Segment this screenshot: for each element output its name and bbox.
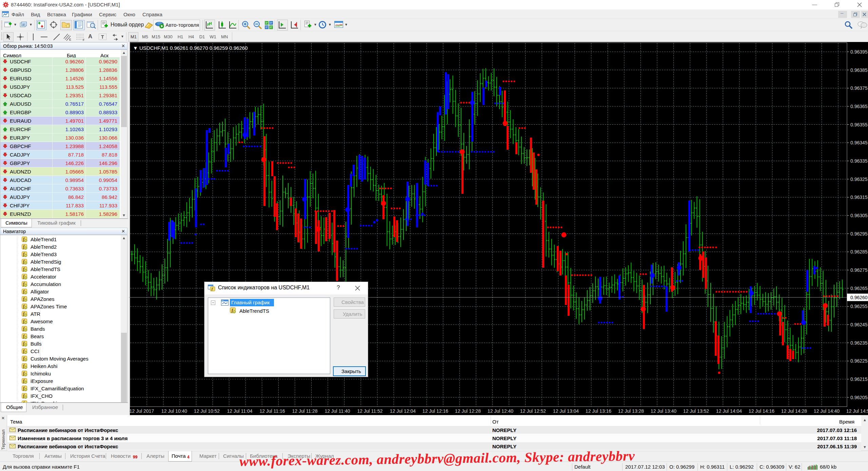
svg-text:F: F	[83, 38, 85, 41]
svg-text:12 Jul 13:28: 12 Jul 13:28	[618, 408, 644, 414]
svg-text:12 Jul 13:40: 12 Jul 13:40	[651, 408, 676, 414]
svg-text:0.96385: 0.96385	[850, 67, 868, 73]
svg-text:0.96355: 0.96355	[850, 122, 868, 127]
svg-text:0.96375: 0.96375	[850, 85, 868, 91]
svg-text:0.96365: 0.96365	[850, 104, 868, 109]
svg-text:12 Jul 11:04: 12 Jul 11:04	[227, 408, 252, 414]
svg-text:0.96235: 0.96235	[850, 340, 868, 346]
svg-text:12 Jul 13:04: 12 Jul 13:04	[553, 408, 579, 414]
svg-text:0.96395: 0.96395	[850, 49, 868, 55]
svg-text:0.96345: 0.96345	[850, 140, 868, 145]
svg-text:12 Jul 11:28: 12 Jul 11:28	[292, 408, 317, 414]
svg-text:12 Jul 10:40: 12 Jul 10:40	[161, 408, 187, 414]
svg-text:12 Jul 13:16: 12 Jul 13:16	[586, 408, 611, 414]
svg-text:0.96225: 0.96225	[850, 358, 868, 364]
svg-text:12 Jul 12:16: 12 Jul 12:16	[422, 408, 448, 414]
svg-text:12 Jul 11:52: 12 Jul 11:52	[357, 408, 382, 414]
svg-text:0.96335: 0.96335	[850, 158, 868, 164]
svg-text:0.96265: 0.96265	[850, 286, 868, 291]
svg-text:12 Jul 14:04: 12 Jul 14:04	[716, 408, 742, 414]
svg-text:0.96295: 0.96295	[850, 231, 868, 237]
svg-text:T: T	[101, 34, 104, 40]
svg-text:0.96205: 0.96205	[850, 395, 868, 400]
svg-text:12 Jul 12:04: 12 Jul 12:04	[390, 408, 416, 414]
svg-text:12 Jul 12:52: 12 Jul 12:52	[520, 408, 546, 414]
svg-text:E: E	[69, 38, 71, 41]
svg-text:12 Jul 12:28: 12 Jul 12:28	[455, 408, 481, 414]
svg-text:12 Jul 12:40: 12 Jul 12:40	[488, 408, 513, 414]
svg-text:12 Jul 14:52: 12 Jul 14:52	[846, 408, 868, 414]
svg-text:0.96325: 0.96325	[850, 177, 868, 182]
svg-text:0.96215: 0.96215	[850, 376, 868, 382]
svg-text:12 Jul 11:16: 12 Jul 11:16	[259, 408, 285, 414]
svg-text:12 Jul 2017: 12 Jul 2017	[130, 408, 154, 414]
svg-text:0.96315: 0.96315	[850, 194, 868, 200]
svg-text:12 Jul 14:28: 12 Jul 14:28	[781, 408, 807, 414]
svg-text:12 Jul 11:40: 12 Jul 11:40	[324, 408, 350, 414]
svg-text:12 Jul 14:16: 12 Jul 14:16	[749, 408, 774, 414]
svg-text:12 Jul 10:52: 12 Jul 10:52	[194, 408, 220, 414]
svg-text:0.96275: 0.96275	[850, 267, 868, 273]
svg-text:12 Jul 13:52: 12 Jul 13:52	[683, 408, 709, 414]
svg-text:0.96260: 0.96260	[850, 295, 868, 300]
svg-text:0.96285: 0.96285	[850, 249, 868, 254]
svg-text:0.96305: 0.96305	[850, 213, 868, 218]
svg-text:12 Jul 14:40: 12 Jul 14:40	[814, 408, 840, 414]
svg-text:0.96245: 0.96245	[850, 322, 868, 327]
svg-text:▼ USDCHF,M1 0.96261 0.96270 0: ▼ USDCHF,M1 0.96261 0.96270 0.96259 0.96…	[133, 45, 248, 51]
svg-text:0.96255: 0.96255	[850, 304, 868, 309]
